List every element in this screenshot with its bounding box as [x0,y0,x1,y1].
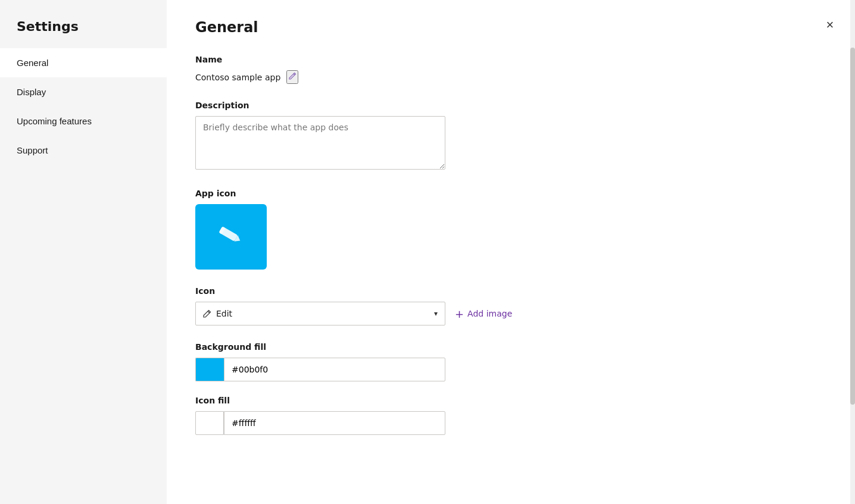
app-icon-box[interactable] [195,204,267,270]
app-icon-pencil-icon [210,215,252,258]
add-image-button[interactable]: + Add image [455,308,512,320]
pencil-icon [203,309,211,318]
sidebar-item-upcoming-features[interactable]: Upcoming features [0,107,167,136]
app-icon-section: App icon [195,189,826,270]
sidebar-item-display[interactable]: Display [0,77,167,107]
background-fill-label: Background fill [195,342,826,352]
settings-panel: Settings General Display Upcoming featur… [0,0,855,504]
icon-label: Icon [195,286,826,296]
icon-fill-section: Icon fill [195,396,826,435]
name-section: Name Contoso sample app [195,55,826,84]
description-label: Description [195,101,826,110]
background-fill-row [195,358,445,381]
name-label: Name [195,55,826,64]
sidebar-item-general[interactable]: General [0,48,167,77]
sidebar-item-support[interactable]: Support [0,136,167,165]
icon-dropdown[interactable]: Edit ▾ [195,302,445,325]
close-button[interactable]: × [819,14,841,36]
main-header: General [195,19,826,36]
icon-fill-label: Icon fill [195,396,826,405]
icon-fill-row [195,411,445,435]
background-fill-input[interactable] [224,358,445,381]
scrollbar-thumb[interactable] [850,48,855,405]
icon-row: Edit ▾ + Add image [195,302,826,325]
icon-select-label: Edit [216,309,232,318]
name-value: Contoso sample app [195,73,280,82]
icon-section: Icon Edit ▾ + Add image [195,286,826,325]
app-icon-label: App icon [195,189,826,198]
background-fill-swatch[interactable] [195,358,224,381]
chevron-down-icon: ▾ [434,309,438,318]
page-title: General [195,19,258,36]
icon-fill-swatch[interactable] [195,411,224,435]
edit-name-button[interactable] [286,70,298,84]
description-textarea[interactable] [195,116,445,170]
plus-icon: + [455,308,464,320]
main-content: General × Name Contoso sample app Descri… [167,0,855,504]
sidebar-nav: General Display Upcoming features Suppor… [0,48,167,165]
scrollbar-track [850,0,855,504]
background-fill-section: Background fill [195,342,826,381]
sidebar-title: Settings [0,0,167,48]
name-row: Contoso sample app [195,70,826,84]
icon-fill-input[interactable] [224,411,445,435]
sidebar: Settings General Display Upcoming featur… [0,0,167,504]
description-section: Description [195,101,826,172]
